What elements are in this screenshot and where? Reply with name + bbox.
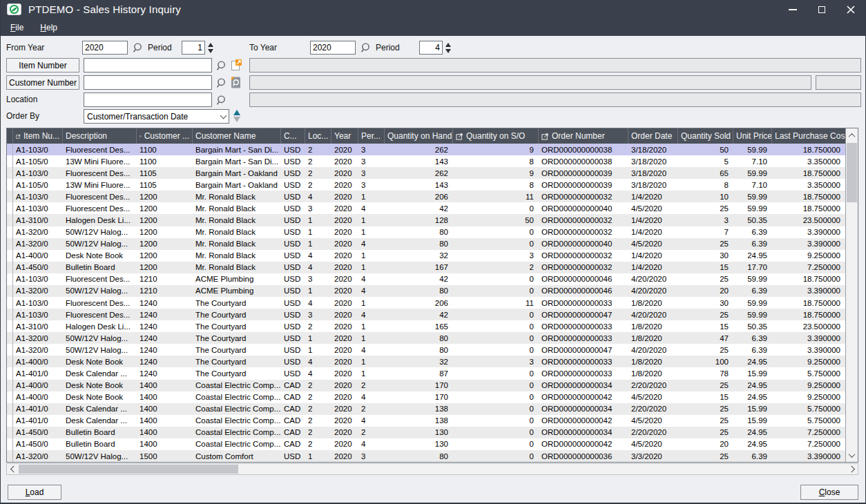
cell[interactable]: CAD [281,393,305,401]
cell[interactable]: 25 [678,346,733,354]
scroll-up-button[interactable] [846,129,858,142]
row-gutter[interactable] [7,450,13,462]
col-header-quantity-on-hand[interactable]: Quantity on Hand [385,128,453,144]
cell[interactable]: USD [281,452,305,461]
cell[interactable]: Coastal Electric Comp... [193,428,281,436]
cell[interactable]: ORD000000000046 [539,275,628,283]
cell[interactable]: 5.750000 [772,405,845,413]
cell[interactable]: 1 [305,216,331,224]
cell[interactable]: 1 [358,216,385,224]
minimize-button[interactable] [778,0,807,19]
cell[interactable]: Coastal Electric Comp... [193,416,281,425]
cell[interactable]: 167 [385,263,453,271]
cell[interactable]: 4/5/2020 [628,240,678,248]
cell[interactable]: A1-105/0 [13,181,63,189]
row-gutter[interactable] [7,144,13,155]
cell[interactable]: USD [281,322,305,331]
cell[interactable]: 2020 [331,393,358,401]
cell[interactable]: A1-401/0 [13,369,63,378]
col-header-currency[interactable]: C... [281,128,305,144]
cell[interactable]: 3/3/2020 [628,452,678,461]
cell[interactable]: 5.750000 [772,416,845,425]
vertical-scroll-thumb[interactable] [847,143,857,202]
cell[interactable]: Fluorescent Des... [63,275,137,283]
cell[interactable]: 143 [385,157,453,166]
cell[interactable]: USD [281,216,305,224]
cell[interactable]: 1 [305,287,331,295]
cell[interactable]: 4 [305,358,331,366]
cell[interactable]: 1240 [137,311,193,319]
item-finder-icon[interactable] [215,59,227,72]
cell[interactable]: USD [281,358,305,366]
cell[interactable]: 3 [453,358,539,366]
scroll-left-button[interactable] [7,464,18,474]
cell[interactable]: 0 [453,452,539,461]
cell[interactable]: ORD000000000038 [539,157,628,166]
cell[interactable]: 30 [678,299,733,307]
cell[interactable]: 8 [453,181,539,189]
cell[interactable]: A1-320/0 [13,452,63,461]
cell[interactable]: 2020 [331,216,358,224]
cell[interactable]: 3 [358,169,385,177]
order-by-select[interactable]: Customer/Transaction Date [84,109,229,124]
cell[interactable]: 2020 [331,287,358,295]
row-gutter[interactable] [7,250,13,262]
cell[interactable]: 59.99 [733,204,772,213]
cell[interactable]: 23.500000 [772,216,845,224]
cell[interactable]: 4 [358,240,385,248]
cell[interactable]: 18.750000 [772,193,845,201]
cell[interactable]: 130 [385,428,453,436]
cell[interactable]: ORD000000000033 [539,369,628,378]
cell[interactable]: Desk Note Book [63,393,137,401]
cell[interactable]: 6.39 [733,334,772,342]
cell[interactable]: 2 [358,405,385,413]
cell[interactable]: 30 [678,251,733,260]
cell[interactable]: 15.99 [733,416,772,425]
cell[interactable]: 3.390000 [772,240,845,248]
cell[interactable]: 1240 [137,369,193,378]
cell[interactable]: 3/18/2020 [628,181,678,189]
cell[interactable]: 50W/12V Halog... [63,228,137,236]
cell[interactable]: USD [281,287,305,295]
cell[interactable]: A1-400/0 [13,393,63,401]
cell[interactable]: ORD000000000042 [539,393,628,401]
cell[interactable]: CAD [281,405,305,413]
cell[interactable]: 2020 [331,157,358,166]
cell[interactable]: 24.95 [733,428,772,436]
cell[interactable]: 3 [305,204,331,213]
cell[interactable]: 4/5/2020 [628,440,678,448]
maximize-button[interactable] [807,0,836,19]
cell[interactable]: 18.750000 [772,275,845,283]
cell[interactable]: A1-450/0 [13,263,63,271]
cell[interactable]: ACME Plumbing [193,287,281,295]
cell[interactable]: 128 [385,216,453,224]
cell[interactable]: 17.70 [733,263,772,271]
cell[interactable]: 2020 [331,228,358,236]
cell[interactable]: 32 [385,358,453,366]
cell[interactable]: 42 [385,311,453,319]
cell[interactable]: USD [281,193,305,201]
cell[interactable]: 0 [453,204,539,213]
cell[interactable]: 1400 [137,381,193,389]
cell[interactable]: 2020 [331,346,358,354]
cell[interactable]: Coastal Electric Comp... [193,393,281,401]
cell[interactable]: Desk Calendar ... [63,369,137,378]
cell[interactable]: 1/4/2020 [628,193,678,201]
cell[interactable]: Halogen Desk Li... [63,216,137,224]
cell[interactable]: 6.39 [733,346,772,354]
table-row[interactable]: A1-450/0Bulletin Board1400Coastal Electr… [7,438,845,450]
cell[interactable]: 1200 [137,216,193,224]
row-gutter[interactable] [7,238,13,250]
cell[interactable]: 32 [385,251,453,260]
cell[interactable]: 3 [305,311,331,319]
cell[interactable]: 50W/12V Halog... [63,240,137,248]
cell[interactable]: Fluorescent Des... [63,193,137,201]
cell[interactable]: 1 [358,263,385,271]
cell[interactable]: 262 [385,169,453,177]
cell[interactable]: 5.750000 [772,369,845,378]
cell[interactable]: 130 [385,440,453,448]
to-year-finder-icon[interactable] [359,41,372,54]
cell[interactable]: Bulletin Board [63,428,137,436]
cell[interactable]: USD [281,181,305,189]
cell[interactable]: Halogen Desk Li... [63,322,137,331]
